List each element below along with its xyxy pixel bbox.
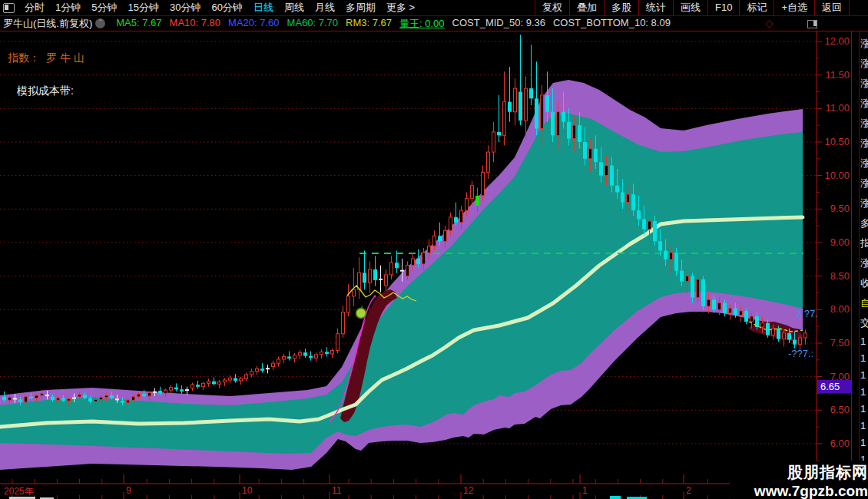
date-tick-label: 9 xyxy=(126,485,131,496)
timeframe-tab-1分钟[interactable]: 1分钟 xyxy=(50,1,86,15)
side-panel-char: 1 xyxy=(860,418,868,435)
side-panel-char: 自 xyxy=(860,293,868,313)
watermark: 股朋指标网 www.7gpzb.com xyxy=(730,461,868,499)
price-tick-label: 10.00 xyxy=(819,170,850,181)
toolbar-button-统计[interactable]: 统计 xyxy=(638,0,673,15)
clipped-side-panel: 涨涨涨涨涨涨涨涨涨多指涨收自交11111111 xyxy=(851,15,868,499)
side-panel-char: 多 xyxy=(860,213,868,233)
price-tick-label: 9.50 xyxy=(819,203,850,214)
price-tick-label: 8.00 xyxy=(819,303,850,315)
indicator-readout: RM3: 7.67 xyxy=(346,17,392,31)
chevron-down-icon[interactable]: ˇ xyxy=(95,18,105,28)
date-tick-label: 10 xyxy=(242,485,252,496)
toolbar-button-F10[interactable]: F10 xyxy=(707,0,739,15)
side-panel-char: 涨 xyxy=(860,54,868,74)
window-icon[interactable] xyxy=(3,3,15,13)
timeframe-tab-日线[interactable]: 日线 xyxy=(248,1,279,15)
indicator-readout: 量王: 0.00 xyxy=(399,17,445,31)
price-tick-label: 7.50 xyxy=(819,337,850,349)
timeframe-tab-15分钟[interactable]: 15分钟 xyxy=(122,1,164,15)
indicator-readout: MA5: 7.67 xyxy=(116,17,161,31)
indicator-readout: COST_BOTTOM_10: 8.09 xyxy=(553,17,671,31)
price-tick-label: 6.00 xyxy=(819,438,850,449)
indicator-readout: MA60: 7.70 xyxy=(287,17,339,31)
side-panel-char: 涨 xyxy=(860,193,868,213)
date-tick-label: 2025年 xyxy=(4,485,34,498)
cost-band-label: 模拟成本带: xyxy=(17,84,74,98)
timeframe-tab-30分钟[interactable]: 30分钟 xyxy=(164,1,206,15)
timeframe-tab-多周期[interactable]: 多周期 xyxy=(340,1,381,15)
chart-title: 罗牛山(日线.前复权) xyxy=(3,17,92,31)
side-panel-char: 1 xyxy=(860,401,868,418)
indicator-readout: MA10: 7.80 xyxy=(170,17,221,31)
price-tick-label: 11.00 xyxy=(819,102,850,114)
panel-toggle-icon[interactable] xyxy=(807,20,817,28)
side-panel-char: 1 xyxy=(860,435,868,451)
indicator-readout: MA20: 7.60 xyxy=(228,17,280,31)
price-badge: 6.65 xyxy=(817,380,853,393)
side-panel-char: 涨 xyxy=(860,74,868,94)
price-tick-label: 10.50 xyxy=(819,136,850,147)
toolbar-button-多股[interactable]: 多股 xyxy=(604,0,638,15)
toolbar-button-标记[interactable]: 标记 xyxy=(739,0,774,15)
side-panel-char: 1 xyxy=(860,350,868,367)
side-panel-char: 1 xyxy=(860,367,868,384)
side-panel-char: 涨 xyxy=(860,173,868,193)
watermark-site-name: 股朋指标网 xyxy=(730,462,868,483)
toolbar-button-返回[interactable]: 返回 xyxy=(814,0,850,15)
timeframe-tab-5分钟[interactable]: 5分钟 xyxy=(86,1,122,15)
price-tick-label: 6.50 xyxy=(819,404,850,415)
toolbar-buttons: 复权叠加多股统计画线F10标记+自选返回 xyxy=(535,0,850,15)
side-panel-divider xyxy=(859,15,860,499)
watermark-url: www.7gpzb.com xyxy=(730,483,868,499)
price-tick-label: 9.00 xyxy=(819,236,850,248)
side-panel-char: 涨 xyxy=(860,134,868,154)
side-panel-char: 涨 xyxy=(860,34,868,54)
side-panel-char: 涨 xyxy=(860,94,868,114)
indicator-values: MA5: 7.67MA10: 7.80MA20: 7.60MA60: 7.70R… xyxy=(108,17,671,31)
timeframe-tab-月线[interactable]: 月线 xyxy=(310,1,340,15)
timeframe-tab-周线[interactable]: 周线 xyxy=(279,1,310,15)
side-panel-char: 1 xyxy=(860,333,868,350)
price-tick-label: 11.50 xyxy=(819,69,850,81)
side-panel-char: 交 xyxy=(860,313,868,333)
date-tick-label: 11 xyxy=(332,485,341,496)
timeframe-tab-分时[interactable]: 分时 xyxy=(19,1,50,15)
timeframe-toolbar: 分时1分钟5分钟15分钟30分钟60分钟日线周线月线多周期更多 > 复权叠加多股… xyxy=(0,0,868,16)
date-tick-label: 2 xyxy=(686,485,691,496)
indicator-bar: 罗牛山(日线.前复权) ˇ MA5: 7.67MA10: 7.80MA20: 7… xyxy=(0,16,868,31)
side-panel-char: 1 xyxy=(860,384,868,401)
side-panel-char: 指 xyxy=(860,233,868,253)
toolbar-button-叠加[interactable]: 叠加 xyxy=(569,0,604,15)
toolbar-button-+自选[interactable]: +自选 xyxy=(774,0,814,15)
timeframe-tab-更多 >[interactable]: 更多 > xyxy=(381,1,420,15)
toolbar-button-画线[interactable]: 画线 xyxy=(673,0,707,15)
candlestick-chart[interactable] xyxy=(0,0,868,499)
side-panel-char: 涨 xyxy=(860,154,868,173)
timeframe-tab-60分钟[interactable]: 60分钟 xyxy=(206,1,247,15)
index-overlay-label: 指数：罗牛山 xyxy=(8,51,88,65)
side-panel-char: 涨 xyxy=(860,253,868,273)
side-panel-char: 涨 xyxy=(860,114,868,134)
toolbar-button-复权[interactable]: 复权 xyxy=(535,0,569,15)
date-tick-label: 12 xyxy=(463,485,473,496)
right-annotation-lower: -??7.: xyxy=(788,348,813,359)
price-tick-label: 12.00 xyxy=(819,35,850,47)
right-annotation-upper: ? ?7. xyxy=(796,308,818,319)
date-tick-label: 1 xyxy=(582,485,588,496)
price-tick-label: 8.50 xyxy=(819,270,850,282)
side-panel-char: 收 xyxy=(860,273,868,293)
timeframe-tabs: 分时1分钟5分钟15分钟30分钟60分钟日线周线月线多周期更多 > xyxy=(19,1,420,15)
side-panel-text: 涨涨涨涨涨涨涨涨涨多指涨收自交11111111 xyxy=(860,34,868,468)
indicator-readout: COST_MID_50: 9.36 xyxy=(452,17,545,31)
apple-signal xyxy=(356,309,366,319)
diamond-icon[interactable]: ◇ xyxy=(765,17,774,29)
